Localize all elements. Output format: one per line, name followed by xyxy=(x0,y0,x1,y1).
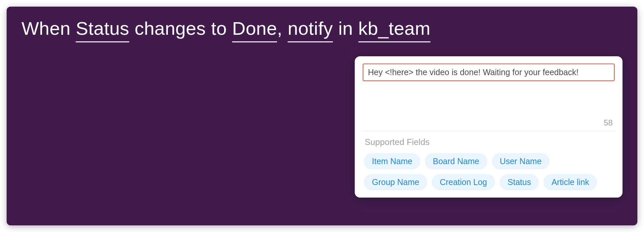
action-selector[interactable]: notify xyxy=(288,17,333,42)
sentence-text-when: When xyxy=(21,18,70,39)
message-editor-panel: 58 Supported Fields Item Name Board Name… xyxy=(355,56,623,198)
message-input[interactable] xyxy=(368,68,609,77)
field-chip-user-name[interactable]: User Name xyxy=(492,153,549,169)
message-input-container xyxy=(363,64,615,81)
sentence-text-in: in xyxy=(338,18,353,39)
value-selector[interactable]: Done xyxy=(232,17,277,42)
sentence-text-changes-to: changes to xyxy=(135,18,227,39)
channel-selector[interactable]: kb_team xyxy=(358,17,430,42)
supported-fields-label: Supported Fields xyxy=(363,137,615,147)
char-counter: 58 xyxy=(363,85,615,131)
column-selector[interactable]: Status xyxy=(76,17,129,42)
automation-sentence: When Status changes to Done, notify in k… xyxy=(21,17,623,42)
sentence-comma: , xyxy=(277,18,282,39)
field-chip-article-link[interactable]: Article link xyxy=(543,174,597,190)
supported-fields-chips: Item Name Board Name User Name Group Nam… xyxy=(363,153,615,190)
automation-card: When Status changes to Done, notify in k… xyxy=(7,7,637,225)
field-chip-status[interactable]: Status xyxy=(500,174,539,190)
field-chip-item-name[interactable]: Item Name xyxy=(364,153,420,169)
field-chip-creation-log[interactable]: Creation Log xyxy=(432,174,495,190)
field-chip-board-name[interactable]: Board Name xyxy=(425,153,487,169)
divider xyxy=(362,131,615,131)
field-chip-group-name[interactable]: Group Name xyxy=(364,174,427,190)
